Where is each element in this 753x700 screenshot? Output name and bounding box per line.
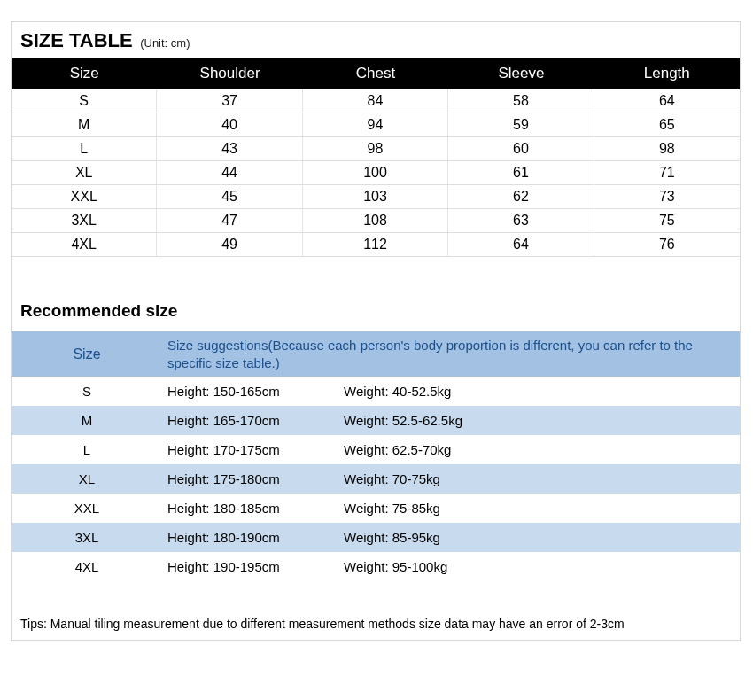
size-table-cell: 84: [303, 89, 448, 113]
recommended-row: MHeight: 165-170cmWeight: 52.5-62.5kg: [12, 406, 740, 435]
size-table-row: L43986098: [12, 137, 740, 161]
size-table-cell: 3XL: [12, 209, 157, 232]
recommended-height-cell: Height: 180-190cm: [162, 523, 326, 552]
size-table-cell: 73: [594, 185, 740, 208]
size-table-cell: 65: [594, 113, 740, 136]
recommended-weight-cell: Weight: 52.5-62.5kg: [326, 406, 740, 435]
size-table-cell: 40: [157, 113, 302, 136]
size-table-body: S37845864M40945965L43986098XL441006171XX…: [12, 89, 740, 257]
size-table-title: SIZE TABLE: [20, 29, 133, 51]
size-table-cell: 103: [303, 185, 448, 208]
size-table-cell: 43: [157, 137, 302, 160]
recommended-weight-cell: Weight: 70-75kg: [326, 464, 740, 494]
section-gap: [12, 257, 740, 298]
recommended-height-cell: Height: 150-165cm: [162, 377, 326, 406]
recommended-weight-cell: Weight: 62.5-70kg: [326, 435, 740, 464]
tips-text: Tips: Manual tiling measurement due to d…: [12, 615, 740, 640]
recommended-row: XLHeight: 175-180cmWeight: 70-75kg: [12, 464, 740, 494]
recommended-height-cell: Height: 180-185cm: [162, 494, 326, 523]
size-table-cell: 100: [303, 161, 448, 184]
size-table-title-bar: SIZE TABLE (Unit: cm): [12, 22, 740, 58]
size-table-row: XL441006171: [12, 161, 740, 185]
size-table-cell: 47: [157, 209, 302, 232]
size-table-cell: 64: [594, 89, 740, 113]
size-table-cell: 49: [157, 233, 302, 256]
recommended-size-cell: XXL: [12, 494, 162, 523]
recommended-size-title: Recommended size: [12, 298, 740, 331]
size-table-cell: 61: [448, 161, 594, 184]
recommended-weight-cell: Weight: 75-85kg: [326, 494, 740, 523]
size-table-row: S37845864: [12, 89, 740, 113]
size-table-cell: 37: [157, 89, 302, 113]
recommended-size-cell: L: [12, 435, 162, 464]
size-table-unit: (Unit: cm): [140, 36, 190, 50]
recommended-size-cell: 3XL: [12, 523, 162, 552]
size-table-cell: 98: [594, 137, 740, 160]
size-table-header-cell: Size: [12, 58, 157, 89]
size-table-cell: 108: [303, 209, 448, 232]
size-table-cell: 45: [157, 185, 302, 208]
size-table-cell: 63: [448, 209, 594, 232]
recommended-height-cell: Height: 190-195cm: [162, 552, 326, 581]
size-table-cell: 59: [448, 113, 594, 136]
size-table-cell: 62: [448, 185, 594, 208]
size-table-header-row: Size Shoulder Chest Sleeve Length: [12, 58, 740, 89]
size-table-cell: 60: [448, 137, 594, 160]
recommended-row: XXLHeight: 180-185cmWeight: 75-85kg: [12, 494, 740, 523]
size-table-cell: 112: [303, 233, 448, 256]
section-gap: [12, 581, 740, 615]
size-table-row: 3XL471086375: [12, 209, 740, 233]
recommended-weight-cell: Weight: 85-95kg: [326, 523, 740, 552]
size-card: SIZE TABLE (Unit: cm) Size Shoulder Ches…: [11, 21, 741, 641]
size-table-cell: 64: [448, 233, 594, 256]
size-table-header-cell: Shoulder: [157, 58, 302, 89]
size-table-cell: 75: [594, 209, 740, 232]
size-table-cell: 58: [448, 89, 594, 113]
recommended-header-suggestions: Size suggestions(Because each person's b…: [162, 331, 740, 377]
recommended-size-cell: 4XL: [12, 552, 162, 581]
size-table-cell: XXL: [12, 185, 157, 208]
recommended-height-cell: Height: 170-175cm: [162, 435, 326, 464]
recommended-row: SHeight: 150-165cmWeight: 40-52.5kg: [12, 377, 740, 406]
size-table-cell: 44: [157, 161, 302, 184]
size-table-cell: 71: [594, 161, 740, 184]
size-table-cell: 4XL: [12, 233, 157, 256]
recommended-row: LHeight: 170-175cmWeight: 62.5-70kg: [12, 435, 740, 464]
recommended-row: 4XLHeight: 190-195cmWeight: 95-100kg: [12, 552, 740, 581]
recommended-body: SHeight: 150-165cmWeight: 40-52.5kgMHeig…: [12, 377, 740, 581]
recommended-weight-cell: Weight: 95-100kg: [326, 552, 740, 581]
size-table-header-cell: Sleeve: [448, 58, 594, 89]
size-table-header-cell: Length: [594, 58, 740, 89]
recommended-size-cell: M: [12, 406, 162, 435]
recommended-header-size: Size: [12, 331, 162, 377]
recommended-size-cell: XL: [12, 464, 162, 494]
recommended-height-cell: Height: 175-180cm: [162, 464, 326, 494]
size-table-cell: S: [12, 89, 157, 113]
recommended-height-cell: Height: 165-170cm: [162, 406, 326, 435]
recommended-weight-cell: Weight: 40-52.5kg: [326, 377, 740, 406]
size-table-cell: XL: [12, 161, 157, 184]
size-table-cell: 94: [303, 113, 448, 136]
size-table-row: 4XL491126476: [12, 233, 740, 257]
size-table-row: M40945965: [12, 113, 740, 137]
size-table-header-cell: Chest: [303, 58, 448, 89]
recommended-row: 3XLHeight: 180-190cmWeight: 85-95kg: [12, 523, 740, 552]
size-table-cell: L: [12, 137, 157, 160]
recommended-size-cell: S: [12, 377, 162, 406]
size-table-cell: 76: [594, 233, 740, 256]
size-table-cell: M: [12, 113, 157, 136]
recommended-header-row: Size Size suggestions(Because each perso…: [12, 331, 740, 377]
size-table-cell: 98: [303, 137, 448, 160]
size-table-row: XXL451036273: [12, 185, 740, 209]
